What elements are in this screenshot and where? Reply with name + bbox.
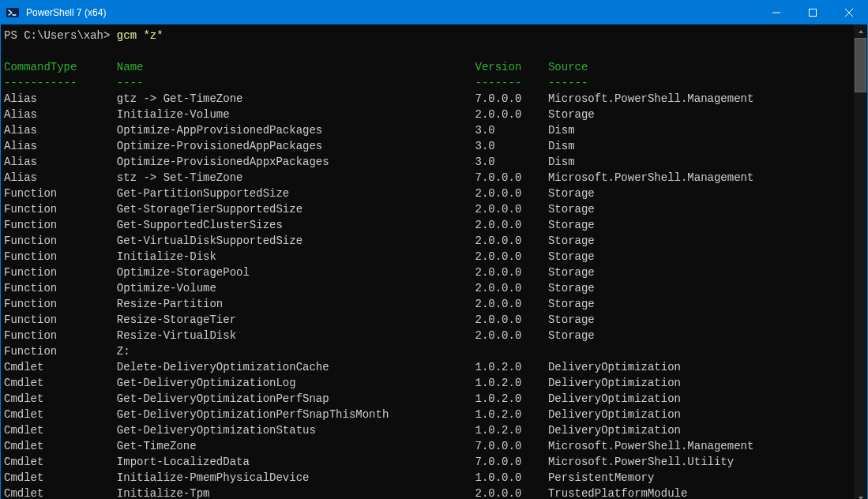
scroll-up-arrow-icon[interactable] — [854, 24, 867, 38]
table-row: Cmdlet Get-DeliveryOptimizationPerfSnapT… — [4, 407, 851, 422]
table-row: Function Resize-StorageTier 2.0.0.0 Stor… — [4, 312, 851, 328]
table-row: Alias Optimize-AppProvisionedPackages 3.… — [4, 122, 851, 138]
app-icon — [1, 6, 24, 19]
table-row: Cmdlet Delete-DeliveryOptimizationCache … — [4, 359, 851, 375]
table-row: Function Get-PartitionSupportedSize 2.0.… — [4, 186, 851, 201]
powershell-window: PowerShell 7 (x64) PS C:\Users\xah> gcm … — [0, 0, 868, 499]
svg-rect-0 — [6, 8, 19, 17]
close-button[interactable] — [831, 1, 867, 24]
table-row: Function Z: — [4, 343, 851, 359]
table-row: Function Resize-Partition 2.0.0.0 Storag… — [4, 296, 851, 312]
blank-line — [4, 43, 851, 59]
scroll-down-arrow-icon[interactable] — [854, 491, 867, 499]
table-row: Cmdlet Get-DeliveryOptimizationLog 1.0.2… — [4, 375, 851, 391]
table-row: Cmdlet Get-DeliveryOptimizationPerfSnap … — [4, 391, 851, 407]
table-row: Alias gtz -> Get-TimeZone 7.0.0.0 Micros… — [4, 91, 851, 107]
table-row: Cmdlet Get-TimeZone 7.0.0.0 Microsoft.Po… — [4, 438, 851, 454]
vertical-scrollbar[interactable] — [854, 24, 867, 499]
scrollbar-track[interactable] — [854, 38, 867, 491]
table-row: Function Get-VirtualDiskSupportedSize 2.… — [4, 233, 851, 249]
table-row: Cmdlet Import-LocalizedData 7.0.0.0 Micr… — [4, 454, 851, 470]
table-row: Function Initialize-Disk 2.0.0.0 Storage — [4, 249, 851, 265]
table-row: Alias Optimize-ProvisionedAppxPackages 3… — [4, 154, 851, 170]
table-row: Alias stz -> Set-TimeZone 7.0.0.0 Micros… — [4, 170, 851, 186]
table-row: Function Get-StorageTierSupportedSize 2.… — [4, 201, 851, 217]
table-row: Function Optimize-StoragePool 2.0.0.0 St… — [4, 265, 851, 280]
titlebar[interactable]: PowerShell 7 (x64) — [1, 1, 867, 24]
table-row: Alias Optimize-ProvisionedAppPackages 3.… — [4, 138, 851, 154]
table-row: Cmdlet Get-DeliveryOptimizationStatus 1.… — [4, 422, 851, 438]
scrollbar-thumb[interactable] — [855, 38, 866, 92]
window-title: PowerShell 7 (x64) — [24, 7, 106, 18]
prompt-line: PS C:\Users\xah> gcm *z* — [4, 28, 851, 43]
svg-rect-3 — [810, 9, 817, 17]
table-row: Cmdlet Initialize-PmemPhysicalDevice 1.0… — [4, 470, 851, 486]
table-row: Function Get-SupportedClusterSizes 2.0.0… — [4, 217, 851, 233]
table-header: CommandType Name Version Source — [4, 59, 851, 75]
client-area: PS C:\Users\xah> gcm *z* CommandType Nam… — [1, 24, 867, 499]
minimize-button[interactable] — [758, 1, 795, 24]
table-row: Alias Initialize-Volume 2.0.0.0 Storage — [4, 107, 851, 122]
table-row: Function Resize-VirtualDisk 2.0.0.0 Stor… — [4, 328, 851, 343]
table-row: Cmdlet Initialize-Tpm 2.0.0.0 TrustedPla… — [4, 486, 851, 499]
terminal-output[interactable]: PS C:\Users\xah> gcm *z* CommandType Nam… — [1, 24, 854, 499]
table-row: Function Optimize-Volume 2.0.0.0 Storage — [4, 280, 851, 296]
table-header-underline: ----------- ---- ------- ------ — [4, 75, 851, 91]
maximize-button[interactable] — [795, 1, 831, 24]
